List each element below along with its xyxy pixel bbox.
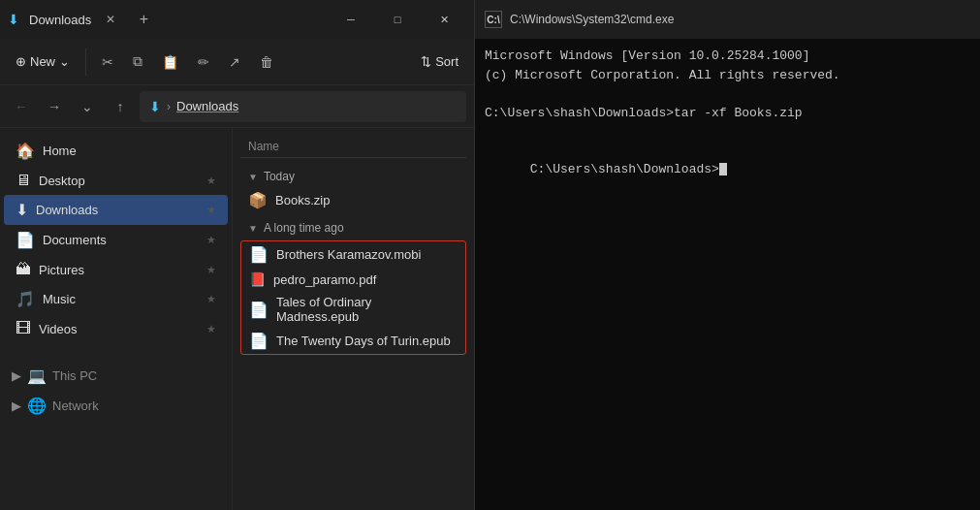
toolbar-sep-1 [85, 48, 86, 76]
sidebar-documents-label: Documents [43, 233, 107, 247]
up-button[interactable]: ↑ [107, 93, 134, 120]
cmd-prompt: C:\Users\shash\Downloads> [530, 162, 719, 176]
downloads-pin: ★ [206, 204, 216, 216]
desktop-icon: 🖥 [16, 172, 31, 189]
cmd-line-4: C:\Users\shash\Downloads>tar -xf Books.z… [485, 104, 970, 123]
paste-button[interactable]: 📋 [154, 48, 186, 76]
sidebar-pictures-label: Pictures [39, 263, 84, 277]
network-label: Network [52, 398, 99, 413]
file-item-brothers[interactable]: 📄 Brothers Karamazov.mobi [241, 241, 465, 268]
sidebar-item-videos[interactable]: 🎞 Videos ★ [4, 314, 228, 343]
today-label: Today [264, 170, 295, 183]
sidebar-home-label: Home [43, 143, 77, 158]
sidebar-downloads-label: Downloads [36, 203, 98, 217]
file-item-books-zip[interactable]: 📦 Books.zip [240, 187, 466, 213]
sidebar-item-home[interactable]: 🏠 Home [4, 136, 228, 166]
cmd-content[interactable]: Microsoft Windows [Version 10.0.25284.10… [475, 39, 980, 510]
network-icon: 🌐 [27, 397, 47, 415]
sidebar-item-documents[interactable]: 📄 Documents ★ [4, 225, 228, 255]
path-sep: › [167, 100, 171, 113]
this-pc-chevron: ▶ [12, 368, 21, 383]
share-icon: ↗ [229, 54, 240, 70]
delete-icon: 🗑 [260, 54, 273, 70]
cmd-window: C:\ C:\Windows\System32\cmd.exe Microsof… [475, 0, 980, 510]
address-bar: ← → ⌄ ↑ ⬇ › Downloads [0, 85, 474, 128]
copy-icon: ⧉ [133, 53, 142, 70]
sidebar-item-music[interactable]: 🎵 Music ★ [4, 284, 228, 314]
cmd-line-2: (c) Microsoft Corporation. All rights re… [485, 66, 970, 85]
downloads-icon: ⬇ [16, 201, 28, 219]
file-item-twenty-days[interactable]: 📄 The Twenty Days of Turin.epub [241, 328, 465, 354]
sidebar: 🏠 Home 🖥 Desktop ★ ⬇ Downloads ★ 📄 Docum… [0, 128, 233, 510]
sidebar-item-downloads[interactable]: ⬇ Downloads ★ [4, 195, 228, 225]
back-button[interactable]: ← [8, 93, 35, 120]
toolbar: ⊕ New ⌄ ✂ ⧉ 📋 ✏ ↗ 🗑 ⇅ Sort [0, 39, 474, 85]
new-button[interactable]: ⊕ New ⌄ [8, 48, 78, 75]
sidebar-item-desktop[interactable]: 🖥 Desktop ★ [4, 166, 228, 195]
share-button[interactable]: ↗ [221, 48, 248, 76]
pictures-pin: ★ [206, 264, 216, 276]
tab-close-btn[interactable]: ✕ [97, 6, 124, 33]
documents-icon: 📄 [16, 231, 35, 249]
sort-label: Sort [435, 54, 458, 69]
group-long-ago[interactable]: ▼ A long time ago [240, 213, 466, 239]
new-label: New [30, 54, 55, 69]
window-close-btn[interactable]: ✕ [422, 4, 466, 35]
downloads-title-icon: ⬇ [8, 12, 23, 27]
rename-button[interactable]: ✏ [190, 48, 217, 76]
column-name: Name [248, 140, 279, 153]
delete-button[interactable]: 🗑 [252, 48, 281, 76]
sidebar-desktop-label: Desktop [39, 174, 85, 188]
file-list: Name ▼ Today 📦 Books.zip ▼ A long time a… [233, 128, 474, 510]
pdf-icon: 📕 [249, 271, 266, 287]
cmd-line-3 [485, 84, 970, 104]
sort-button[interactable]: ⇅ Sort [413, 48, 466, 75]
window-controls: ─ □ ✕ [329, 4, 466, 35]
videos-pin: ★ [206, 323, 216, 335]
group-today[interactable]: ▼ Today [240, 162, 466, 187]
tab-add-btn[interactable]: + [130, 6, 157, 33]
sidebar-videos-label: Videos [39, 322, 78, 336]
sidebar-item-pictures[interactable]: 🏔 Pictures ★ [4, 255, 228, 284]
videos-icon: 🎞 [16, 320, 31, 337]
path-icon: ⬇ [149, 99, 161, 114]
window-title: Downloads [29, 13, 91, 27]
file-name-brothers: Brothers Karamazov.mobi [276, 247, 421, 262]
file-name-tales: Tales of Ordinary Madness.epub [276, 295, 458, 324]
recent-button[interactable]: ⌄ [74, 93, 101, 120]
title-bar: ⬇ Downloads ✕ + ─ □ ✕ [0, 0, 474, 39]
new-chevron: ⌄ [59, 54, 70, 69]
address-path[interactable]: ⬇ › Downloads [140, 91, 466, 122]
this-pc-icon: 💻 [27, 367, 47, 385]
music-pin: ★ [206, 293, 216, 305]
pictures-icon: 🏔 [16, 261, 31, 278]
long-ago-chevron: ▼ [248, 223, 258, 234]
current-folder: Downloads [176, 99, 238, 113]
forward-button[interactable]: → [41, 93, 68, 120]
epub-icon-twenty: 📄 [249, 332, 269, 350]
sidebar-music-label: Music [43, 292, 76, 306]
file-item-pedro[interactable]: 📕 pedro_paramo.pdf [241, 268, 465, 291]
file-list-header: Name [240, 136, 466, 158]
title-bar-left: ⬇ Downloads ✕ + [8, 6, 321, 33]
cut-icon: ✂ [102, 54, 113, 70]
network-section[interactable]: ▶ 🌐 Network [0, 389, 232, 419]
sort-icon: ⇅ [421, 54, 431, 69]
maximize-btn[interactable]: □ [375, 4, 420, 35]
file-item-tales[interactable]: 📄 Tales of Ordinary Madness.epub [241, 291, 465, 328]
cmd-title-text: C:\Windows\System32\cmd.exe [510, 13, 674, 26]
file-explorer: ⬇ Downloads ✕ + ─ □ ✕ ⊕ New ⌄ ✂ ⧉ 📋 ✏ [0, 0, 475, 510]
file-name-pedro: pedro_paramo.pdf [273, 272, 376, 287]
cmd-title-bar: C:\ C:\Windows\System32\cmd.exe [475, 0, 980, 39]
this-pc-section[interactable]: ▶ 💻 This PC [0, 359, 232, 389]
file-name-books-zip: Books.zip [275, 193, 330, 207]
network-chevron: ▶ [12, 398, 21, 413]
cut-button[interactable]: ✂ [94, 48, 121, 76]
this-pc-label: This PC [52, 368, 97, 383]
home-icon: 🏠 [16, 142, 35, 160]
cmd-line-5 [485, 122, 970, 142]
paste-icon: 📋 [162, 54, 178, 70]
minimize-btn[interactable]: ─ [329, 4, 373, 35]
copy-button[interactable]: ⧉ [125, 48, 150, 76]
cmd-cursor [719, 163, 727, 175]
